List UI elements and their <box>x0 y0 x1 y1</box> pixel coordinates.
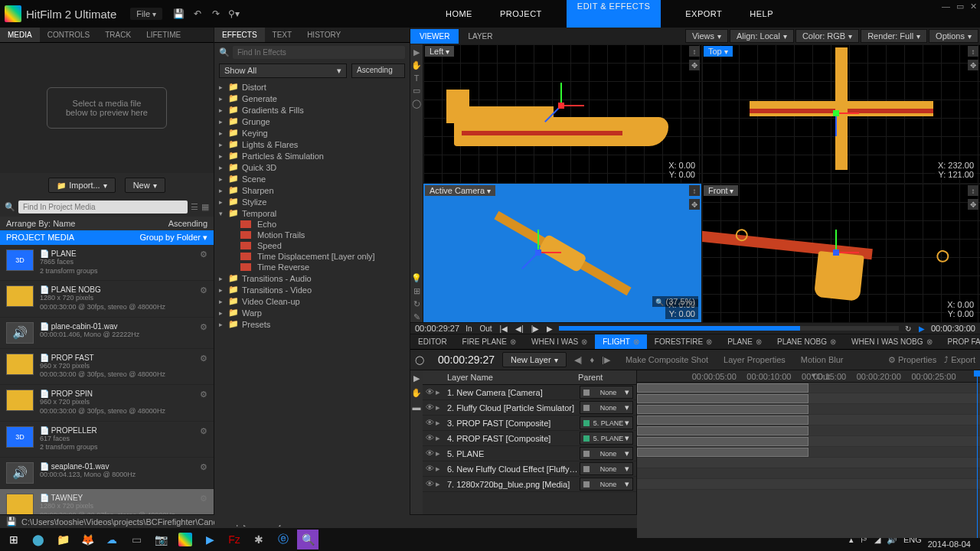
comp-tab[interactable]: WHEN I WAS NOBG⊗ <box>844 334 940 349</box>
play-icon[interactable]: ▶ <box>545 324 554 333</box>
gear-icon[interactable]: ⚙ <box>200 249 207 259</box>
skydrive-icon[interactable]: ☁ <box>101 530 122 549</box>
layer-row[interactable]: 👁▸ 2. Fluffy Cloud [Particle Simulator] … <box>423 400 636 416</box>
timeline-track[interactable] <box>637 404 980 415</box>
timeline-tracks[interactable] <box>637 383 980 490</box>
effect-folder[interactable]: ▸📁Gradients & Fills <box>214 104 410 116</box>
grid-tool-icon[interactable]: ⊞ <box>413 286 420 296</box>
timeline-track[interactable] <box>637 468 980 479</box>
app-icon[interactable]: ✱ <box>248 530 270 549</box>
grid-view-icon[interactable]: ▦ <box>201 202 209 212</box>
record-icon[interactable]: ◯ <box>415 355 424 365</box>
properties-button[interactable]: ⚙ Properties <box>888 355 936 365</box>
effect-folder[interactable]: ▸📁Stylize <box>214 196 410 207</box>
effect-folder[interactable]: ▸📁Transitions - Audio <box>214 272 410 284</box>
close-tab-icon[interactable]: ⊗ <box>756 337 762 346</box>
maximize-viewport-icon[interactable]: ↕ <box>689 46 700 57</box>
expand-icon[interactable]: ▸ <box>436 448 440 458</box>
search-icon[interactable]: 🔍 <box>297 530 318 549</box>
maximize-viewport-icon[interactable]: ↕ <box>689 185 700 196</box>
in-button[interactable]: In <box>464 324 473 333</box>
effects-search-input[interactable] <box>233 46 405 59</box>
media-search-input[interactable] <box>18 201 188 214</box>
media-item[interactable]: 3D 📄 PLANE 7865 faces 2 transform groups… <box>0 245 214 281</box>
mask-tool-icon[interactable]: ▭ <box>413 86 420 96</box>
close-tab-icon[interactable]: ⊗ <box>510 337 516 346</box>
effect-folder[interactable]: ▸📁Presets <box>214 318 410 330</box>
gear-icon[interactable]: ⚙ <box>200 462 207 472</box>
timeline-area[interactable]: ▾ Out 00:00:05:0000:00:10:0000:00:15:000… <box>637 370 980 538</box>
text-tool-icon[interactable]: T <box>414 73 420 83</box>
visibility-icon[interactable]: 👁 <box>426 448 434 458</box>
render-dropdown[interactable]: Render: Full ▾ <box>861 29 927 43</box>
arrange-by-label[interactable]: Arrange By: Name <box>6 219 75 228</box>
effect-folder[interactable]: ▸📁Video Clean-up <box>214 295 410 307</box>
tab-history[interactable]: HISTORY <box>299 28 348 42</box>
list-view-icon[interactable]: ☰ <box>191 202 198 212</box>
camera-icon[interactable]: 📷 <box>150 530 172 549</box>
close-tab-icon[interactable]: ⊗ <box>830 337 836 346</box>
comp-tab[interactable]: FIRE PLANE⊗ <box>455 334 524 349</box>
nav-export[interactable]: EXPORT <box>682 2 725 26</box>
scrubber[interactable] <box>559 326 898 331</box>
layer-row[interactable]: 👁▸ 3. PROP FAST [Composite] 5. PLANE▾ <box>423 416 636 431</box>
gear-icon[interactable]: ⚙ <box>200 354 207 364</box>
minimize-icon[interactable]: — <box>942 2 950 11</box>
effect-folder[interactable]: ▸📁Scene <box>214 173 410 184</box>
nav-home[interactable]: HOME <box>443 2 475 26</box>
expand-icon[interactable]: ▸ <box>436 433 440 443</box>
viewport-label[interactable]: Active Camera ▾ <box>425 185 495 196</box>
hand-tool-icon[interactable]: ✋ <box>411 388 422 398</box>
effect-item[interactable]: Time Displacement [Layer only] <box>214 251 410 262</box>
timeline-track[interactable] <box>637 436 980 447</box>
new-layer-dropdown[interactable]: New Layer ▾ <box>502 352 567 367</box>
sort-order[interactable]: Ascending <box>168 219 207 228</box>
clip[interactable] <box>637 437 808 446</box>
maximize-viewport-icon[interactable]: ↕ <box>968 185 978 196</box>
comp-tab[interactable]: PLANE⊗ <box>720 334 769 349</box>
media-icon[interactable]: ▶ <box>199 530 220 549</box>
undo-icon[interactable]: ↶ <box>191 7 204 21</box>
comp-tab[interactable]: FLIGHT⊗ <box>595 334 647 349</box>
effects-filter-dropdown[interactable]: Show All▾ <box>219 64 347 78</box>
timeline-track[interactable] <box>637 383 980 393</box>
timeline-track[interactable] <box>637 425 980 436</box>
clip[interactable] <box>637 448 808 457</box>
taskview-icon[interactable]: ▭ <box>126 530 147 549</box>
media-item[interactable]: 📄 PROP FAST 960 x 720 pixels 00:00:30:00… <box>0 349 214 385</box>
playhead[interactable] <box>977 370 978 538</box>
viewport-label[interactable]: Left ▾ <box>425 46 454 57</box>
move-viewport-icon[interactable]: ✥ <box>689 60 700 70</box>
close-icon[interactable]: ✕ <box>970 2 977 11</box>
viewport-left[interactable]: Left ▾ ↕ ✥ X: 0.00Y: 0.00 <box>423 44 701 183</box>
maximize-viewport-icon[interactable]: ↕ <box>968 46 978 57</box>
save-icon[interactable]: 💾 <box>172 7 186 21</box>
layer-row[interactable]: 👁▸ 5. PLANE None▾ <box>423 446 636 461</box>
visibility-icon[interactable]: 👁 <box>426 418 434 428</box>
nav-project[interactable]: PROJECT <box>497 2 545 26</box>
motion-blur-button[interactable]: Motion Blur <box>801 355 844 364</box>
expand-icon[interactable]: ▸ <box>436 418 440 428</box>
expand-icon[interactable]: ▸ <box>436 479 440 489</box>
layer-properties-button[interactable]: Layer Properties <box>724 355 786 364</box>
tab-media[interactable]: MEDIA <box>0 28 40 42</box>
effect-folder[interactable]: ▸📁Quick 3D <box>214 161 410 173</box>
maximize-icon[interactable]: ▭ <box>956 2 964 11</box>
firefox-icon[interactable]: 🦊 <box>77 530 98 549</box>
align-dropdown[interactable]: Align: Local ▾ <box>730 29 794 43</box>
magnet-icon[interactable]: ⚲▾ <box>227 7 241 21</box>
ellipse-tool-icon[interactable]: ◯ <box>412 99 421 109</box>
move-viewport-icon[interactable]: ✥ <box>968 60 978 70</box>
slice-tool-icon[interactable]: ▬ <box>413 403 421 412</box>
effect-folder[interactable]: ▸📁Generate <box>214 93 410 104</box>
expand-icon[interactable]: ▸ <box>436 387 440 397</box>
timeline-track[interactable] <box>637 393 980 404</box>
tab-track[interactable]: TRACK <box>97 28 139 42</box>
effects-sort-dropdown[interactable]: Ascending <box>351 64 405 78</box>
tab-text[interactable]: TEXT <box>265 28 300 42</box>
file-menu[interactable]: File ▾ <box>130 8 162 20</box>
parent-dropdown[interactable]: None▾ <box>580 401 633 414</box>
timeline-track[interactable] <box>637 458 980 468</box>
media-item[interactable]: 3D 📄 PROPELLER 617 faces 2 transform gro… <box>0 422 214 458</box>
media-item[interactable]: 📄 PROP SPIN 960 x 720 pixels 00:00:30:00… <box>0 385 214 421</box>
